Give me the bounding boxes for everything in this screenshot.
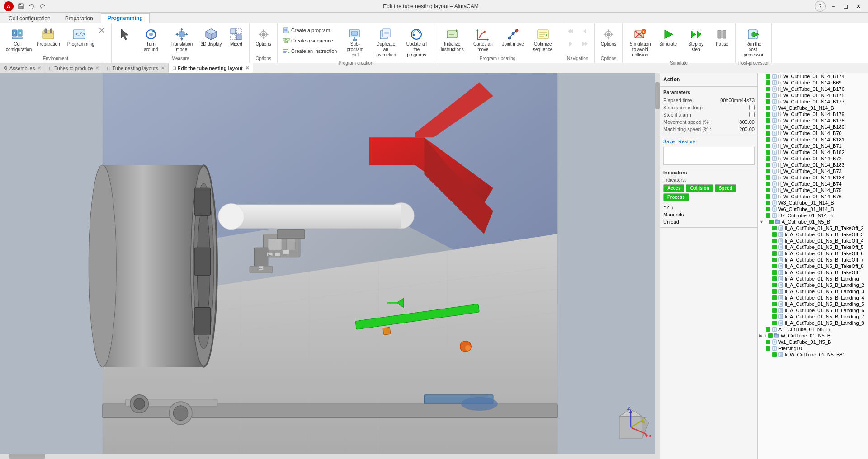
tree-item[interactable]: li_W_CutTube_01_N14_B181 xyxy=(758,136,868,143)
collision-indicator[interactable]: Collision xyxy=(686,184,713,192)
mixed-button[interactable]: Mixed xyxy=(226,25,246,49)
tree-item[interactable]: W1_CutTube_01_N5_B xyxy=(758,339,868,345)
tab-programming[interactable]: Programming xyxy=(101,13,150,23)
cell-config-button[interactable]: Cell configuration xyxy=(3,25,33,54)
tree-item[interactable]: li_A_CutTube_01_N5_B_Landing_ xyxy=(758,276,868,282)
tree-item[interactable]: D7_CutTube_01_N14_B xyxy=(758,212,868,219)
tree-expand-icon[interactable]: ▶ xyxy=(760,333,763,338)
nav-first-button[interactable] xyxy=(564,25,577,37)
quick-undo-btn[interactable] xyxy=(27,2,36,11)
tree-item[interactable]: li_W_CutTube_01_N14_B177 xyxy=(758,98,868,105)
tree-item[interactable]: li_W_CutTube_01_N14_B74 xyxy=(758,181,868,187)
process-indicator[interactable]: Process xyxy=(663,193,689,201)
joint-move-button[interactable]: Joint move xyxy=(499,25,527,49)
tree-item[interactable]: W6_CutTube_01_N14_B xyxy=(758,206,868,212)
update-all-button[interactable]: Update all the programs xyxy=(401,25,431,60)
minimize-button[interactable]: − xyxy=(827,2,839,11)
run-post-button[interactable]: Run the post-processor xyxy=(739,25,769,60)
nav-prev-button[interactable] xyxy=(578,25,592,37)
create-sequence-button[interactable]: + Create a sequence xyxy=(280,36,340,46)
tree-item[interactable]: li_W_CutTube_01_N14_B174 xyxy=(758,73,868,80)
tree-item[interactable]: li_A_CutTube_01_N5_B_Landing_8 xyxy=(758,320,868,326)
tree-item[interactable]: li_A_CutTube_01_N5_B_Landing_6 xyxy=(758,307,868,314)
nav-next-button[interactable] xyxy=(564,38,577,50)
3d-viewport[interactable]: B01 T06 xyxy=(0,73,660,459)
restore-link[interactable]: Restore xyxy=(678,139,696,144)
tab-cell-configuration[interactable]: Cell configuration xyxy=(2,14,57,23)
restore-button[interactable]: ◻ xyxy=(840,2,852,11)
3d-display-button[interactable]: 3D display xyxy=(198,25,225,49)
options-left-button[interactable]: Options xyxy=(252,25,274,49)
tree-item[interactable]: W3_CutTube_01_N14_B xyxy=(758,200,868,206)
speed-indicator[interactable]: Speed xyxy=(715,184,736,192)
tree-item[interactable]: li_A_CutTube_01_N5_B_TakeOff_4 xyxy=(758,238,868,244)
scroll-thumb-v[interactable] xyxy=(655,82,660,109)
options-right-button[interactable]: Options xyxy=(598,25,619,49)
tree-item[interactable]: li_W_CutTube_01_N14_B76 xyxy=(758,193,868,200)
tab-assemblies[interactable]: ⚙ Assemblies ✕ xyxy=(0,63,45,73)
tree-item[interactable]: li_W_CutTube_01_N14_B175 xyxy=(758,92,868,98)
tree-item[interactable]: ▶+W_CutTube_01_N5_B xyxy=(758,333,868,339)
quick-redo-btn[interactable] xyxy=(38,2,47,11)
tree-item[interactable]: li_A_CutTube_01_N5_B_TakeOff_2 xyxy=(758,225,868,231)
tree-item[interactable]: li_W_CutTube_01_N14_B71 xyxy=(758,143,868,149)
cursor-button[interactable] xyxy=(114,25,135,43)
tree-item[interactable]: li_W_CutTube_01_N14_B70 xyxy=(758,130,868,136)
viewport-scrollbar-v[interactable] xyxy=(655,73,660,459)
duplicate-button[interactable]: Duplicate an instruction xyxy=(371,25,401,60)
tree-item[interactable]: li_A_CutTube_01_N5_B_TakeOff_3 xyxy=(758,231,868,238)
tree-item[interactable]: li_A_CutTube_01_N5_B_TakeOff_7 xyxy=(758,257,868,263)
tab-tubes-produce[interactable]: ◻ Tubes to produce ✕ xyxy=(45,63,103,73)
tree-item[interactable]: W4_CutTube_01_N14_B xyxy=(758,105,868,111)
simulate-button[interactable]: Simulate xyxy=(656,25,680,49)
tree-item[interactable]: li_W_CutTube_01_N14_B179 xyxy=(758,111,868,117)
tube-nesting-layouts-tab-close[interactable]: ✕ xyxy=(161,66,165,70)
tree-item[interactable]: li_A_CutTube_01_N5_B_Landing_4 xyxy=(758,295,868,301)
pause-button[interactable]: Pause xyxy=(712,25,732,49)
viewport-scrollbar-h[interactable] xyxy=(0,454,655,459)
tree-item[interactable]: li_W_CutTube_01_N14_B75 xyxy=(758,187,868,193)
scroll-thumb-h[interactable] xyxy=(9,454,45,459)
tree-item[interactable]: li_A_CutTube_01_N5_B_Landing_3 xyxy=(758,288,868,295)
sub-program-button[interactable]: Sub-program call xyxy=(340,25,370,60)
cartesian-move-button[interactable]: Cartesian move xyxy=(468,25,498,54)
step-by-step-button[interactable]: Step by step xyxy=(681,25,711,54)
sim-avoid-button[interactable]: ! Simulation to avoid collision xyxy=(625,25,655,60)
tab-tube-nesting-layouts[interactable]: ◻ Tube nesting layouts ✕ xyxy=(103,63,168,73)
tree-item[interactable]: li_W_CutTube_01_N14_B183 xyxy=(758,162,868,168)
close-button[interactable]: ✕ xyxy=(853,2,864,11)
tree-item[interactable]: li_W_CutTube_01_N14_B184 xyxy=(758,174,868,181)
tree-item[interactable]: li_W_CutTube_01_N14_B178 xyxy=(758,117,868,124)
tab-edit-tube-nesting[interactable]: ◻ Edit the tube nesting layout ✕ xyxy=(169,63,253,73)
tree-expand-icon[interactable]: ▼ xyxy=(760,220,764,224)
tab-preparation[interactable]: Preparation xyxy=(58,14,100,23)
tree-item[interactable]: Piercing10 xyxy=(758,345,868,351)
create-program-button[interactable]: + Create a program xyxy=(280,25,340,35)
assemblies-tab-close[interactable]: ✕ xyxy=(38,66,41,70)
preparation-button[interactable]: Preparation xyxy=(33,25,63,49)
tree-item[interactable]: li_A_CutTube_01_N5_B_Landing_7 xyxy=(758,314,868,320)
help-button[interactable]: ? xyxy=(815,1,826,12)
tree-item[interactable]: li_A_CutTube_01_N5_B_TakeOff_ xyxy=(758,269,868,276)
access-indicator[interactable]: Acces xyxy=(663,184,684,192)
tree-item[interactable]: li_W_CutTube_01_N5_B81 xyxy=(758,351,868,358)
tree-item[interactable]: li_A_CutTube_01_N5_B_TakeOff_6 xyxy=(758,250,868,257)
tree-item[interactable]: li_W_CutTube_01_N14_B72 xyxy=(758,155,868,162)
save-link[interactable]: Save xyxy=(663,139,675,144)
tree-item[interactable]: li_A_CutTube_01_N5_B_Landing_2 xyxy=(758,282,868,288)
translation-button[interactable]: Translation mode xyxy=(167,25,197,54)
tree-item[interactable]: li_A_CutTube_01_N5_B_TakeOff_5 xyxy=(758,244,868,250)
turn-around-button[interactable]: Turn around xyxy=(136,25,166,54)
tree-item[interactable]: ▼−A_CutTube_01_N5_B xyxy=(758,219,868,225)
tree-item[interactable]: li_W_CutTube_01_N14_B180 xyxy=(758,124,868,130)
initialize-button[interactable]: Initialize instructions xyxy=(437,25,467,54)
tree-item[interactable]: li_W_CutTube_01_N14_B69 xyxy=(758,80,868,86)
quick-save-btn[interactable] xyxy=(16,2,25,11)
tree-item[interactable]: li_A_CutTube_01_N5_B_Landing_5 xyxy=(758,301,868,307)
tree-item[interactable]: A1_CutTube_01_N5_B xyxy=(758,326,868,333)
sim-in-loop-checkbox[interactable] xyxy=(749,105,755,110)
tree-item[interactable]: li_W_CutTube_01_N14_B73 xyxy=(758,168,868,174)
edit-tube-nesting-tab-close[interactable]: ✕ xyxy=(245,66,249,70)
optimize-button[interactable]: Optimize sequence xyxy=(528,25,558,54)
ribbon-close-btn[interactable] xyxy=(96,25,108,35)
